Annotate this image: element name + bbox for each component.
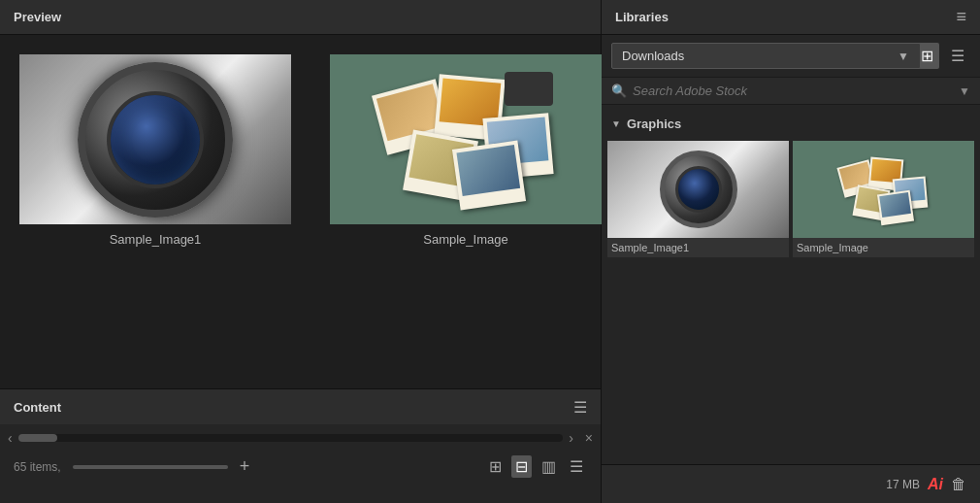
graphics-thumb-1	[607, 141, 789, 238]
graphics-item-label-1: Sample_Image1	[607, 238, 789, 257]
preview-item-2[interactable]: Sample_Image	[330, 54, 602, 247]
scrollbar-row: ‹ › ×	[0, 424, 601, 452]
preview-title: Preview	[14, 10, 61, 24]
add-button[interactable]: +	[240, 456, 250, 477]
content-header: Content ☰	[0, 389, 601, 424]
content-title: Content	[14, 400, 61, 415]
photo-scatter-mini	[835, 153, 932, 226]
lens-mini	[660, 151, 737, 228]
scroll-track[interactable]	[18, 434, 564, 442]
lens-inner	[107, 91, 204, 188]
preview-header: Preview	[0, 0, 601, 35]
content-scrollbar-row: ‹ ›	[0, 424, 601, 452]
graphics-grid: Sample_Image1 Sample_Image	[607, 137, 974, 261]
search-input[interactable]	[633, 84, 953, 98]
search-row: 🔍 ▼	[602, 78, 980, 105]
pm-card-5	[876, 189, 913, 224]
close-button[interactable]: ×	[585, 430, 593, 446]
storage-info: 17 MB	[886, 478, 920, 491]
footer-grid-icon[interactable]: ⊞	[485, 455, 506, 478]
graphics-thumb-2	[793, 141, 974, 238]
graphics-item-1[interactable]: Sample_Image1	[607, 141, 789, 257]
preview-area: Sample_Image1 Sample_Image	[0, 35, 601, 388]
lens-mini-inner	[675, 166, 722, 213]
preview-item-1[interactable]: Sample_Image1	[19, 54, 291, 247]
graphics-triangle-icon: ▼	[611, 118, 621, 129]
scroll-right-button[interactable]: ›	[569, 430, 573, 446]
graphics-toggle[interactable]: ▼ Graphics	[607, 111, 974, 137]
lens-body	[78, 62, 233, 218]
preview-label-1: Sample_Image1	[110, 232, 202, 247]
search-dropdown-icon[interactable]: ▼	[959, 84, 970, 98]
libraries-title: Libraries	[615, 10, 669, 24]
libraries-header: Libraries ≡	[602, 0, 980, 35]
dropdown-row: Downloads My Library Shared Libraries ▼ …	[602, 35, 980, 78]
content-footer: 65 items, + ⊞ ⊟ ▥ ☰	[0, 452, 601, 482]
footer-icons: ⊞ ⊟ ▥ ☰	[485, 455, 587, 478]
footer-list-icon[interactable]: ☰	[566, 455, 587, 478]
preview-thumb-photos	[330, 54, 602, 224]
footer-split-icon[interactable]: ▥	[538, 455, 560, 478]
content-section: Content ☰ ‹ › × 65 items, + ⊞ ⊟ ▥ ☰	[0, 388, 601, 503]
search-icon: 🔍	[611, 84, 627, 98]
preview-panel: Preview Sample_Image1 Samp	[0, 0, 602, 503]
graphics-item-2[interactable]: Sample_Image	[793, 141, 974, 257]
library-dropdown[interactable]: Downloads My Library Shared Libraries	[611, 43, 921, 69]
preview-thumb-lens	[19, 54, 291, 224]
progress-bar	[73, 465, 228, 469]
items-count: 65 items,	[14, 460, 61, 474]
trash-icon[interactable]: 🗑	[951, 476, 966, 493]
libraries-menu-icon[interactable]: ≡	[956, 7, 966, 27]
view-list-button[interactable]: ☰	[945, 43, 970, 69]
bottom-bar: 17 MB Ai 🗑	[602, 464, 980, 503]
content-hamburger-icon[interactable]: ☰	[573, 398, 587, 417]
graphics-section: ▼ Graphics Sample_Image1	[602, 105, 980, 464]
photo-card-5	[452, 140, 526, 210]
preview-label-2: Sample_Image	[423, 232, 507, 247]
graphics-item-label-2: Sample_Image	[793, 238, 974, 257]
photo-scatter	[369, 67, 563, 213]
adobe-icon: Ai	[928, 476, 943, 493]
camera-icon	[505, 72, 553, 106]
scroll-left-button[interactable]: ‹	[8, 430, 13, 446]
footer-grid-active-icon[interactable]: ⊟	[511, 455, 532, 478]
graphics-label: Graphics	[627, 117, 681, 131]
libraries-panel: Libraries ≡ Downloads My Library Shared …	[602, 0, 980, 503]
scroll-thumb	[18, 434, 57, 442]
